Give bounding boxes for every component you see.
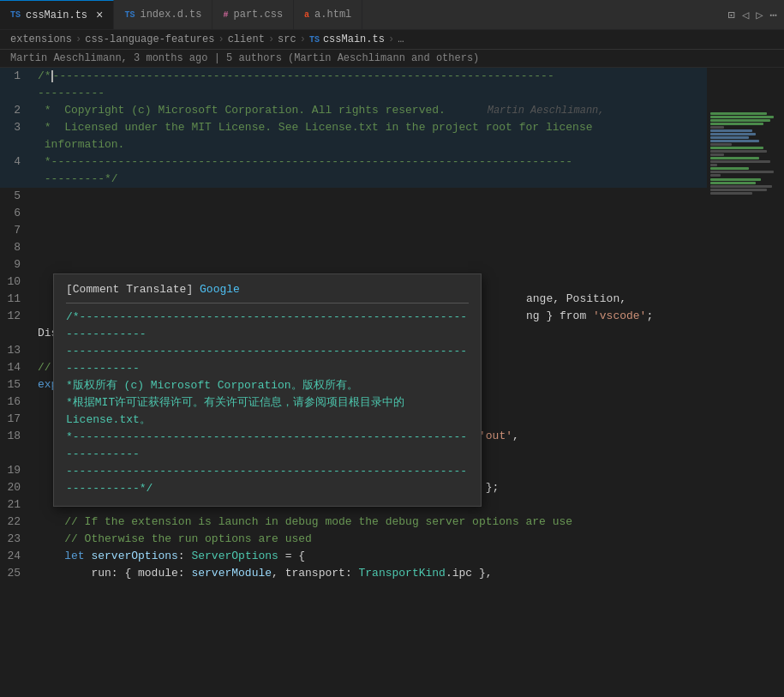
tab-label-3: part.css bbox=[233, 9, 283, 21]
breadcrumb-sep-2: › bbox=[218, 33, 224, 45]
table-row: information. bbox=[0, 136, 707, 153]
token: // If the extension is launch in debug m… bbox=[64, 515, 572, 528]
line-content: let serverOptions: ServerOptions = { bbox=[34, 548, 707, 565]
popup-line-4: *根据MIT许可证获得许可。有关许可证信息，请参阅项目根目录中的 bbox=[66, 394, 469, 412]
minimap-line bbox=[710, 153, 724, 156]
line-number: 10 bbox=[0, 273, 34, 291]
line-number bbox=[0, 136, 34, 153]
breadcrumb-client[interactable]: client bbox=[228, 33, 265, 45]
main-area: TS cssMain.ts × TS index.d.ts # part.css… bbox=[0, 0, 784, 697]
minimap-line bbox=[710, 157, 759, 159]
minimap-line bbox=[710, 123, 763, 125]
table-row: 2 * Copyright (c) Microsoft Corporation.… bbox=[0, 102, 707, 119]
line-content: run: { module: serverModule, transport: … bbox=[34, 565, 707, 582]
table-row: ---------- bbox=[0, 85, 707, 102]
line-number: 5 bbox=[0, 188, 34, 205]
popup-google-link[interactable]: Google bbox=[200, 283, 240, 296]
line-number: 11 bbox=[0, 291, 34, 308]
blame-text: Martin Aeschlimann, 3 months ago | 5 aut… bbox=[10, 52, 479, 64]
minimap-line bbox=[710, 174, 721, 177]
tab-label-2: index.d.ts bbox=[140, 9, 201, 21]
token: * Licensed under the MIT License. See Li… bbox=[38, 121, 593, 134]
line-number: 16 bbox=[0, 394, 34, 411]
line-number: 17 bbox=[0, 411, 34, 428]
token: ---------*/ bbox=[38, 172, 118, 185]
line-content: *---------------------------------------… bbox=[34, 153, 707, 171]
breadcrumb-extensions[interactable]: extensions bbox=[10, 33, 72, 45]
popup-line-3: *版权所有 (c) Microsoft Corporation。版权所有。 bbox=[66, 377, 469, 394]
tab-close-cssMain[interactable]: × bbox=[96, 9, 103, 22]
tab-cssMain[interactable]: TS cssMain.ts × bbox=[0, 0, 114, 29]
table-row: ---------*/ bbox=[0, 171, 707, 188]
line-content: information. bbox=[34, 136, 707, 153]
tab-indexD[interactable]: TS index.d.ts bbox=[114, 0, 212, 29]
token bbox=[38, 532, 64, 545]
line-number bbox=[0, 445, 34, 462]
minimap-line bbox=[710, 143, 732, 146]
minimap-line bbox=[710, 150, 767, 153]
minimap-line bbox=[710, 140, 759, 142]
breadcrumb-file[interactable]: cssMain.ts bbox=[323, 33, 385, 45]
line-number: 2 bbox=[0, 102, 34, 119]
ts-icon: TS bbox=[10, 10, 21, 20]
line-content bbox=[34, 222, 707, 239]
minimap-line bbox=[710, 129, 752, 132]
breadcrumb-css-lang[interactable]: css-language-features bbox=[85, 33, 214, 45]
line-number bbox=[0, 85, 34, 102]
line-number: 4 bbox=[0, 153, 34, 171]
line-content: // Otherwise the run options are used bbox=[34, 531, 707, 548]
popup-line-2: ----------------------------------------… bbox=[66, 343, 469, 377]
breadcrumb-more[interactable]: … bbox=[398, 33, 404, 45]
line-content: ---------*/ bbox=[34, 171, 707, 188]
token: * Copyright (c) Microsoft Corporation. A… bbox=[38, 104, 446, 117]
table-row: 4 *-------------------------------------… bbox=[0, 153, 707, 171]
line-content bbox=[34, 256, 707, 273]
table-row: 9 bbox=[0, 256, 707, 273]
code-editor[interactable]: 1 /*------------------------------------… bbox=[0, 68, 707, 697]
line-number: 13 bbox=[0, 342, 34, 359]
split-editor-icon[interactable]: ⊡ bbox=[727, 8, 734, 22]
line-number: 18 bbox=[0, 428, 34, 445]
line-content bbox=[34, 239, 707, 256]
line-number: 25 bbox=[0, 565, 34, 582]
html-icon: a bbox=[304, 10, 309, 20]
table-row: 6 bbox=[0, 205, 707, 222]
line-number: 23 bbox=[0, 531, 34, 548]
table-row: 22 // If the extension is launch in debu… bbox=[0, 514, 707, 531]
line-number: 14 bbox=[0, 359, 34, 376]
tab-label: cssMain.ts bbox=[26, 9, 87, 21]
minimap-line bbox=[710, 126, 724, 129]
line-number: 19 bbox=[0, 462, 34, 479]
tab-label-4: a.html bbox=[314, 9, 351, 21]
token: ---------- bbox=[38, 87, 105, 99]
translate-popup: [Comment Translate] Google /*-----------… bbox=[53, 273, 482, 507]
token: /*--------------------------------------… bbox=[38, 69, 554, 82]
tab-aHtml[interactable]: a a.html bbox=[294, 0, 362, 29]
minimap-line bbox=[710, 178, 761, 181]
line-content: /*--------------------------------------… bbox=[34, 68, 707, 85]
line-number: 20 bbox=[0, 479, 34, 496]
line-number bbox=[0, 171, 34, 188]
minimap-line bbox=[710, 119, 770, 122]
tab-partCss[interactable]: # part.css bbox=[212, 0, 294, 29]
table-row: 3 * Licensed under the MIT License. See … bbox=[0, 119, 707, 136]
line-content: * Copyright (c) Microsoft Corporation. A… bbox=[34, 102, 707, 119]
nav-forward-icon[interactable]: ▷ bbox=[756, 8, 763, 22]
table-row: 8 bbox=[0, 239, 707, 256]
minimap-line bbox=[710, 189, 767, 191]
line-content bbox=[34, 188, 707, 205]
popup-content: /*--------------------------------------… bbox=[66, 309, 469, 497]
minimap-line bbox=[710, 182, 756, 184]
table-row: 25 run: { module: serverModule, transpor… bbox=[0, 565, 707, 582]
popup-header-text: [Comment Translate] bbox=[66, 283, 193, 296]
more-actions-icon[interactable]: ⋯ bbox=[770, 8, 777, 22]
ts-icon-2: TS bbox=[124, 10, 135, 20]
nav-back-icon[interactable]: ◁ bbox=[742, 8, 749, 22]
table-row: 7 bbox=[0, 222, 707, 239]
breadcrumb-sep-5: › bbox=[388, 33, 394, 45]
minimap-line bbox=[710, 167, 749, 170]
token: .ipc }, bbox=[446, 567, 493, 580]
breadcrumb-src[interactable]: src bbox=[278, 33, 296, 45]
popup-line-5: License.txt。 bbox=[66, 412, 469, 429]
popup-header: [Comment Translate] Google bbox=[66, 283, 469, 296]
